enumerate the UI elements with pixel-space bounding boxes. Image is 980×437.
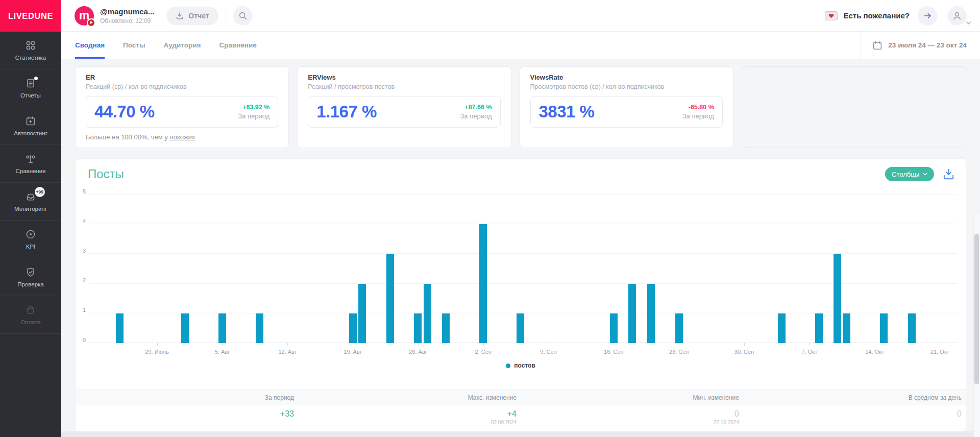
metric-period-label: За период: [460, 112, 492, 120]
metric-formula: Реакций (ср) / кол-во подписчиков: [86, 83, 278, 90]
sidebar-item-2[interactable]: Отчеты: [0, 69, 61, 107]
bar-day-79-value-3[interactable]: [834, 254, 841, 343]
feedback-label: Есть пожелание?: [843, 11, 910, 20]
count-badge: +99: [35, 187, 45, 197]
legend-dot-icon: [506, 363, 510, 368]
x-tick-mark: [614, 343, 614, 346]
bar-day-45-value-1[interactable]: [517, 313, 524, 343]
bar-day-77-value-1[interactable]: [815, 313, 823, 343]
tab-2[interactable]: Посты: [123, 32, 145, 59]
x-tick-label: 12. Авг: [278, 349, 297, 355]
y-tick-label: 0: [83, 337, 86, 343]
summary-label-1: За период: [76, 390, 298, 405]
x-tick-mark: [157, 343, 158, 346]
tab-1[interactable]: Сводная: [75, 32, 105, 59]
x-tick-label: 2. Сен: [475, 349, 492, 355]
bar-day-62-value-1[interactable]: [675, 313, 683, 343]
summary-value: +33: [76, 409, 294, 419]
chart-download-button[interactable]: [942, 167, 955, 181]
account-avatar[interactable]: m: [75, 6, 94, 26]
search-icon: [238, 11, 248, 21]
x-tick-label: 5. Авг: [215, 349, 230, 355]
sidebar-item-5[interactable]: +99Мониторинг: [0, 183, 61, 221]
bar-day-28-value-2[interactable]: [358, 284, 366, 343]
chart-summary: За периодМакс. изменениеМин. изменениеВ …: [76, 390, 966, 431]
bar-day-73-value-1[interactable]: [778, 313, 786, 343]
x-tick-mark: [810, 343, 810, 346]
x-tick-mark: [549, 343, 549, 346]
empty-metric-slot: [742, 66, 966, 148]
y-tick-label: 4: [83, 218, 86, 224]
metric-value-box: 44.70 %+63.92 %За период: [86, 96, 278, 128]
metric-delta: -65.80 %: [682, 104, 714, 111]
report-button[interactable]: Отчет: [166, 7, 218, 25]
bar-day-17-value-1[interactable]: [256, 313, 263, 343]
page-scrollbar-track: [973, 214, 980, 437]
similar-accounts-link[interactable]: похожих: [169, 133, 195, 141]
legend-item-posts[interactable]: постов: [76, 362, 966, 369]
metric-delta: +63.92 %: [238, 104, 270, 111]
account-updated: Обновлено: 12:09: [100, 17, 154, 25]
x-tick-mark: [418, 343, 419, 346]
bar-day-55-value-1[interactable]: [610, 313, 618, 343]
bar-day-2-value-1[interactable]: [116, 313, 124, 343]
bar-day-80-value-1[interactable]: [843, 313, 850, 343]
summary-cell-1: +33: [76, 405, 298, 425]
sidebar-item-label: Проверка: [17, 281, 44, 287]
account-name: @magnumca...: [100, 7, 154, 16]
summary-label-2: Макс. изменение: [298, 390, 521, 405]
bar-day-84-value-1[interactable]: [880, 313, 888, 343]
search-button[interactable]: [233, 6, 253, 26]
bar-day-13-value-1[interactable]: [218, 313, 226, 343]
account-info[interactable]: @magnumca... Обновлено: 12:09: [100, 7, 154, 25]
bar-day-87-value-1[interactable]: [908, 313, 916, 343]
y-axis-labels: 012345: [76, 195, 86, 343]
x-tick-label: 29. Июль: [145, 349, 168, 355]
bar-day-34-value-1[interactable]: [414, 313, 422, 343]
sidebar-item-6[interactable]: KPI: [0, 221, 61, 258]
bar-day-59-value-2[interactable]: [647, 284, 655, 343]
x-tick-mark: [744, 343, 745, 346]
sidebar-item-7[interactable]: Проверка: [0, 258, 61, 296]
x-tick-label: 26. Авг: [409, 349, 427, 355]
video-platform-badge-icon: [87, 18, 95, 27]
bar-day-9-value-1[interactable]: [181, 313, 189, 343]
sidebar-item-label: Статистика: [15, 55, 46, 61]
bar-day-37-value-1[interactable]: [442, 313, 450, 343]
sidebar-item-3[interactable]: Автопостинг: [0, 107, 61, 145]
page-scrollbar-thumb[interactable]: [974, 234, 979, 384]
download-icon: [176, 12, 184, 20]
profile-menu-button[interactable]: [947, 6, 967, 26]
tabbar: СводнаяПостыАудиторияСравнение 23 июля 2…: [61, 32, 980, 59]
y-tick-label: 2: [83, 277, 86, 283]
sidebar-item-label: Оплата: [20, 319, 41, 325]
tab-4[interactable]: Сравнение: [219, 32, 256, 59]
x-tick-mark: [940, 343, 940, 346]
metric-note: Больше на 100.00%, чем у похожих: [86, 133, 278, 141]
chart-title: Посты: [88, 167, 124, 181]
sidebar-item-1[interactable]: Статистика: [0, 32, 61, 69]
notification-dot: [34, 77, 38, 80]
chart-bars: [101, 195, 959, 343]
x-tick-label: 9. Сен: [540, 349, 556, 355]
bar-day-35-value-2[interactable]: [424, 284, 431, 343]
chart-summary-header: За периодМакс. изменениеМин. изменениеВ …: [76, 390, 966, 405]
sidebar-item-4[interactable]: Сравнение: [0, 145, 61, 183]
bar-day-31-value-3[interactable]: [386, 254, 394, 343]
chart-view-selector[interactable]: Столбцы: [885, 167, 934, 181]
x-tick-label: 7. Окт: [801, 349, 817, 355]
date-range-picker[interactable]: 23 июля 24 — 23 окт 24: [861, 32, 980, 59]
tab-3[interactable]: Аудитория: [163, 32, 201, 59]
bar-day-57-value-2[interactable]: [628, 284, 636, 343]
payment-basket-icon: [25, 304, 36, 315]
feedback-submit-button[interactable]: [918, 6, 937, 26]
livedune-logo[interactable]: LIVEDUNE: [0, 0, 61, 32]
bar-day-41-value-4[interactable]: [479, 224, 487, 343]
x-tick-mark: [483, 343, 484, 346]
x-tick-label: 23. Сен: [669, 349, 689, 355]
metric-formula: Просмотров постов (ср) / кол-во подписчи…: [530, 83, 723, 90]
check-shield-icon: [25, 266, 36, 278]
x-tick-label: 16. Сен: [604, 349, 623, 355]
bar-day-27-value-1[interactable]: [349, 313, 357, 343]
metric-delta: +87.66 %: [460, 104, 492, 111]
